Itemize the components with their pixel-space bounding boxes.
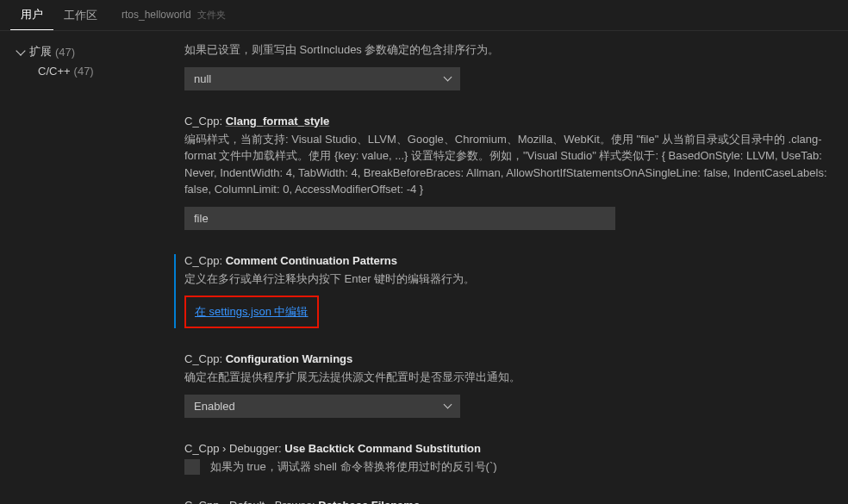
setting-desc: 如果已设置，则重写由 SortIncludes 参数确定的包含排序行为。: [184, 41, 827, 59]
setting-name: Clang_format_style: [226, 115, 330, 128]
main: 扩展 (47) C/C++ (47) 如果已设置，则重写由 SortInclud…: [0, 31, 848, 504]
sidebar-item-count: (47): [74, 65, 94, 78]
sidebar-item-ccpp[interactable]: C/C++ (47): [0, 62, 164, 80]
setting-title: C_Cpp: Comment Continuation Patterns: [184, 254, 827, 267]
setting-prefix: C_Cpp › Default › Browse:: [184, 499, 318, 504]
input-value: file: [194, 212, 209, 225]
setting-checkbox-row: 如果为 true，调试器 shell 命令替换将使用过时的反引号(`): [184, 458, 827, 476]
sidebar: 扩展 (47) C/C++ (47): [0, 31, 164, 504]
setting-prefix: C_Cpp › Debugger:: [184, 442, 284, 455]
chevron-down-icon: [16, 46, 25, 55]
setting-prefix: C_Cpp:: [184, 254, 226, 267]
setting-title: C_Cpp › Default › Browse: Database Filen…: [184, 499, 827, 504]
setting-name: Configuration Warnings: [226, 352, 353, 365]
setting-prefix: C_Cpp:: [184, 352, 226, 365]
setting-comment-continuation: C_Cpp: Comment Continuation Patterns 定义在…: [174, 254, 827, 329]
setting-title: C_Cpp: Clang_format_style: [184, 115, 827, 128]
chevron-down-icon: [444, 401, 452, 409]
highlight-box: 在 settings.json 中编辑: [184, 296, 319, 328]
setting-prefix: C_Cpp:: [184, 115, 226, 128]
chevron-down-icon: [444, 73, 452, 82]
setting-name: Use Backtick Command Substitution: [284, 442, 481, 455]
setting-clang-format-style: C_Cpp: Clang_format_style 编码样式，当前支持: Vis…: [174, 115, 827, 230]
setting-desc: 确定在配置提供程序扩展无法提供源文件配置时是否显示弹出通知。: [184, 369, 827, 386]
setting-db-filename: C_Cpp › Default › Browse: Database Filen…: [174, 499, 827, 504]
tabs-bar: 用户 工作区 rtos_helloworld 文件夹: [0, 0, 848, 31]
setting-title: C_Cpp: Configuration Warnings: [184, 352, 827, 365]
breadcrumb: rtos_helloworld 文件夹: [122, 9, 226, 22]
setting-sort-includes: 如果已设置，则重写由 SortIncludes 参数确定的包含排序行为。 nul…: [174, 41, 827, 90]
select-value: Enabled: [194, 400, 235, 413]
settings-content: 如果已设置，则重写由 SortIncludes 参数确定的包含排序行为。 nul…: [164, 31, 848, 504]
sidebar-item-label: C/C++: [38, 65, 71, 78]
setting-name: Database Filename: [318, 499, 420, 504]
tab-workspace[interactable]: 工作区: [53, 1, 108, 30]
setting-desc: 如果为 true，调试器 shell 命令替换将使用过时的反引号(`): [210, 460, 497, 473]
sort-includes-select[interactable]: null: [184, 67, 460, 90]
backtick-checkbox[interactable]: [184, 459, 200, 475]
setting-title: C_Cpp › Debugger: Use Backtick Command S…: [184, 442, 827, 455]
sidebar-item-extensions[interactable]: 扩展 (47): [0, 41, 164, 62]
breadcrumb-text: rtos_helloworld: [122, 9, 191, 21]
clang-format-style-input[interactable]: file: [184, 207, 615, 230]
tab-user[interactable]: 用户: [10, 0, 53, 30]
sidebar-item-count: (47): [55, 46, 75, 59]
setting-config-warnings: C_Cpp: Configuration Warnings 确定在配置提供程序扩…: [174, 352, 827, 418]
setting-backtick: C_Cpp › Debugger: Use Backtick Command S…: [174, 442, 827, 476]
setting-desc: 定义在多行或单行注释块内按下 Enter 键时的编辑器行为。: [184, 271, 827, 288]
config-warnings-select[interactable]: Enabled: [184, 395, 460, 418]
breadcrumb-suffix: 文件夹: [197, 9, 226, 20]
setting-desc: 编码样式，当前支持: Visual Studio、LLVM、Google、Chr…: [184, 131, 827, 198]
sidebar-item-label: 扩展: [29, 44, 52, 59]
setting-name: Comment Continuation Patterns: [226, 254, 397, 267]
select-value: null: [194, 72, 211, 85]
edit-in-settings-link[interactable]: 在 settings.json 中编辑: [195, 305, 309, 318]
